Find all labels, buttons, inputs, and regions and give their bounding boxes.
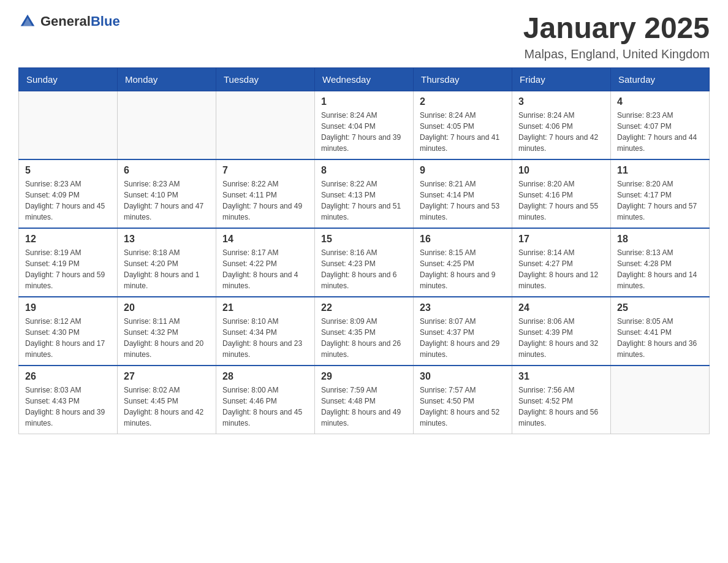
calendar-cell: 20Sunrise: 8:11 AMSunset: 4:32 PMDayligh… — [118, 297, 216, 366]
calendar-week-row: 19Sunrise: 8:12 AMSunset: 4:30 PMDayligh… — [19, 297, 710, 366]
day-info: Sunrise: 8:14 AMSunset: 4:27 PMDaylight:… — [518, 247, 604, 291]
day-info: Sunrise: 8:16 AMSunset: 4:23 PMDaylight:… — [321, 247, 407, 291]
calendar-cell: 6Sunrise: 8:23 AMSunset: 4:10 PMDaylight… — [118, 159, 216, 228]
calendar-cell: 23Sunrise: 8:07 AMSunset: 4:37 PMDayligh… — [414, 297, 512, 366]
calendar-cell: 22Sunrise: 8:09 AMSunset: 4:35 PMDayligh… — [315, 297, 414, 366]
calendar-cell: 28Sunrise: 8:00 AMSunset: 4:46 PMDayligh… — [216, 366, 315, 434]
calendar-cell: 27Sunrise: 8:02 AMSunset: 4:45 PMDayligh… — [118, 366, 216, 434]
day-number: 21 — [222, 302, 308, 313]
day-info: Sunrise: 8:11 AMSunset: 4:32 PMDaylight:… — [124, 316, 210, 360]
day-number: 14 — [222, 234, 308, 245]
day-info: Sunrise: 8:00 AMSunset: 4:46 PMDaylight:… — [222, 385, 308, 429]
calendar-week-row: 5Sunrise: 8:23 AMSunset: 4:09 PMDaylight… — [19, 159, 710, 228]
day-info: Sunrise: 8:06 AMSunset: 4:39 PMDaylight:… — [518, 316, 604, 360]
day-info: Sunrise: 8:10 AMSunset: 4:34 PMDaylight:… — [222, 316, 308, 360]
calendar-week-row: 12Sunrise: 8:19 AMSunset: 4:19 PMDayligh… — [19, 228, 710, 297]
day-info: Sunrise: 8:23 AMSunset: 4:09 PMDaylight:… — [25, 178, 111, 223]
calendar-cell: 5Sunrise: 8:23 AMSunset: 4:09 PMDaylight… — [19, 159, 118, 228]
day-number: 2 — [420, 96, 506, 107]
day-info: Sunrise: 8:07 AMSunset: 4:37 PMDaylight:… — [420, 316, 506, 360]
calendar-cell: 2Sunrise: 8:24 AMSunset: 4:05 PMDaylight… — [414, 91, 512, 159]
day-info: Sunrise: 8:24 AMSunset: 4:04 PMDaylight:… — [321, 110, 407, 154]
day-number: 22 — [321, 302, 407, 313]
calendar-cell: 13Sunrise: 8:18 AMSunset: 4:20 PMDayligh… — [118, 228, 216, 297]
day-info: Sunrise: 8:24 AMSunset: 4:05 PMDaylight:… — [420, 110, 506, 154]
day-info: Sunrise: 8:20 AMSunset: 4:16 PMDaylight:… — [518, 178, 604, 223]
logo-text: GeneralBlue — [40, 13, 120, 29]
day-number: 8 — [321, 165, 407, 176]
calendar-cell: 15Sunrise: 8:16 AMSunset: 4:23 PMDayligh… — [315, 228, 414, 297]
day-info: Sunrise: 8:02 AMSunset: 4:45 PMDaylight:… — [124, 385, 210, 429]
calendar-cell: 8Sunrise: 8:22 AMSunset: 4:13 PMDaylight… — [315, 159, 414, 228]
calendar-cell: 29Sunrise: 7:59 AMSunset: 4:48 PMDayligh… — [315, 366, 414, 434]
calendar-cell: 9Sunrise: 8:21 AMSunset: 4:14 PMDaylight… — [414, 159, 512, 228]
day-number: 5 — [25, 165, 111, 176]
calendar-table: Sunday Monday Tuesday Wednesday Thursday… — [18, 67, 710, 434]
day-number: 10 — [518, 165, 604, 176]
col-wednesday: Wednesday — [315, 67, 414, 91]
col-thursday: Thursday — [414, 67, 512, 91]
location: Malpas, England, United Kingdom — [523, 47, 710, 61]
col-tuesday: Tuesday — [216, 67, 315, 91]
logo-general: General — [40, 13, 91, 29]
day-number: 17 — [518, 234, 604, 245]
calendar-cell: 4Sunrise: 8:23 AMSunset: 4:07 PMDaylight… — [611, 91, 710, 159]
col-monday: Monday — [118, 67, 216, 91]
calendar-cell: 18Sunrise: 8:13 AMSunset: 4:28 PMDayligh… — [611, 228, 710, 297]
month-title: January 2025 — [523, 12, 710, 45]
calendar-cell: 11Sunrise: 8:20 AMSunset: 4:17 PMDayligh… — [611, 159, 710, 228]
day-number: 18 — [617, 234, 703, 245]
day-number: 19 — [25, 302, 111, 313]
col-sunday: Sunday — [19, 67, 118, 91]
day-info: Sunrise: 8:22 AMSunset: 4:11 PMDaylight:… — [222, 178, 308, 223]
day-info: Sunrise: 8:09 AMSunset: 4:35 PMDaylight:… — [321, 316, 407, 360]
calendar-cell: 25Sunrise: 8:05 AMSunset: 4:41 PMDayligh… — [611, 297, 710, 366]
calendar-cell: 3Sunrise: 8:24 AMSunset: 4:06 PMDaylight… — [512, 91, 611, 159]
day-info: Sunrise: 8:24 AMSunset: 4:06 PMDaylight:… — [518, 110, 604, 154]
day-info: Sunrise: 8:19 AMSunset: 4:19 PMDaylight:… — [25, 247, 111, 291]
day-number: 6 — [124, 165, 210, 176]
calendar-cell: 21Sunrise: 8:10 AMSunset: 4:34 PMDayligh… — [216, 297, 315, 366]
day-number: 31 — [518, 371, 604, 382]
day-number: 15 — [321, 234, 407, 245]
day-info: Sunrise: 8:20 AMSunset: 4:17 PMDaylight:… — [617, 178, 703, 223]
day-number: 13 — [124, 234, 210, 245]
day-number: 27 — [124, 371, 210, 382]
day-info: Sunrise: 8:21 AMSunset: 4:14 PMDaylight:… — [420, 178, 506, 223]
day-number: 11 — [617, 165, 703, 176]
day-info: Sunrise: 8:03 AMSunset: 4:43 PMDaylight:… — [25, 385, 111, 429]
page-header: GeneralBlue January 2025 Malpas, England… — [18, 12, 710, 61]
day-info: Sunrise: 8:13 AMSunset: 4:28 PMDaylight:… — [617, 247, 703, 291]
day-number: 23 — [420, 302, 506, 313]
calendar-cell: 19Sunrise: 8:12 AMSunset: 4:30 PMDayligh… — [19, 297, 118, 366]
day-info: Sunrise: 8:12 AMSunset: 4:30 PMDaylight:… — [25, 316, 111, 360]
logo-icon — [18, 12, 37, 31]
day-info: Sunrise: 8:17 AMSunset: 4:22 PMDaylight:… — [222, 247, 308, 291]
day-info: Sunrise: 8:15 AMSunset: 4:25 PMDaylight:… — [420, 247, 506, 291]
calendar-cell: 26Sunrise: 8:03 AMSunset: 4:43 PMDayligh… — [19, 366, 118, 434]
day-info: Sunrise: 8:18 AMSunset: 4:20 PMDaylight:… — [124, 247, 210, 291]
day-number: 30 — [420, 371, 506, 382]
day-info: Sunrise: 7:59 AMSunset: 4:48 PMDaylight:… — [321, 385, 407, 429]
calendar-header-row: Sunday Monday Tuesday Wednesday Thursday… — [19, 67, 710, 91]
day-info: Sunrise: 8:05 AMSunset: 4:41 PMDaylight:… — [617, 316, 703, 360]
logo: GeneralBlue — [18, 12, 120, 31]
day-number: 20 — [124, 302, 210, 313]
day-number: 3 — [518, 96, 604, 107]
title-section: January 2025 Malpas, England, United Kin… — [523, 12, 710, 61]
calendar-cell — [19, 91, 118, 159]
calendar-week-row: 1Sunrise: 8:24 AMSunset: 4:04 PMDaylight… — [19, 91, 710, 159]
day-number: 1 — [321, 96, 407, 107]
day-number: 24 — [518, 302, 604, 313]
calendar-cell: 24Sunrise: 8:06 AMSunset: 4:39 PMDayligh… — [512, 297, 611, 366]
calendar-cell: 16Sunrise: 8:15 AMSunset: 4:25 PMDayligh… — [414, 228, 512, 297]
calendar-cell: 1Sunrise: 8:24 AMSunset: 4:04 PMDaylight… — [315, 91, 414, 159]
day-number: 29 — [321, 371, 407, 382]
calendar-cell — [611, 366, 710, 434]
calendar-cell — [216, 91, 315, 159]
calendar-cell: 17Sunrise: 8:14 AMSunset: 4:27 PMDayligh… — [512, 228, 611, 297]
logo-blue: Blue — [91, 13, 120, 29]
calendar-cell: 30Sunrise: 7:57 AMSunset: 4:50 PMDayligh… — [414, 366, 512, 434]
calendar-cell — [118, 91, 216, 159]
day-number: 28 — [222, 371, 308, 382]
